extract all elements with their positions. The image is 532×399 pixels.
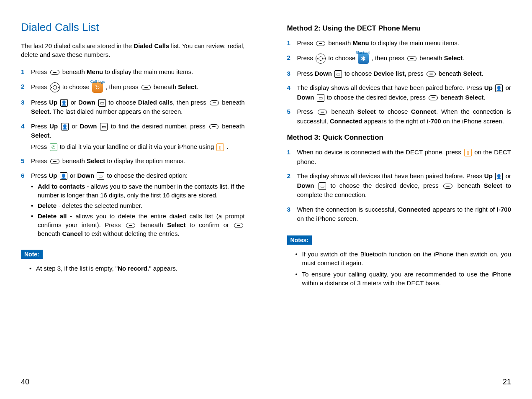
t: to display the main menu items. bbox=[369, 39, 459, 46]
opt-label: Add to contacts bbox=[38, 183, 85, 190]
select-label: Select bbox=[87, 157, 105, 164]
t: Press bbox=[31, 68, 49, 75]
t: on the iPhone screen. bbox=[441, 118, 504, 125]
opt-text: - deletes the selected number. bbox=[57, 202, 142, 209]
t: to choose bbox=[107, 99, 138, 106]
t: beneath bbox=[439, 94, 465, 101]
method3-steps: When no device is connected with the DEC… bbox=[287, 148, 511, 224]
intro-bold: Dialed Calls bbox=[134, 42, 169, 49]
t: beneath bbox=[136, 221, 167, 228]
up-icon: 👤 bbox=[61, 123, 69, 130]
up-label: Up bbox=[49, 172, 57, 179]
select-label: Select bbox=[31, 108, 49, 115]
m2-step1: Press beneath Menu to display the main m… bbox=[287, 38, 511, 48]
t: on the iPhone screen. bbox=[297, 215, 358, 222]
softkey-icon bbox=[318, 110, 327, 115]
up-label: Up bbox=[484, 84, 493, 91]
t: to confirm or bbox=[185, 221, 233, 228]
navpad-icon: ◂▸ bbox=[50, 82, 60, 92]
t: beneath bbox=[454, 182, 483, 189]
intro-prefix: The last 20 dialed calls are stored in t… bbox=[21, 42, 134, 49]
t: When the connection is successful, bbox=[297, 206, 398, 213]
steps-list: Press beneath Menu to display the main m… bbox=[21, 67, 245, 238]
page-left: Dialed Calls List The last 20 dialed cal… bbox=[0, 0, 266, 399]
t: appears to the right of bbox=[362, 118, 427, 125]
down-label: Down bbox=[77, 172, 94, 179]
t: , then press bbox=[104, 83, 140, 90]
opt-label: Delete bbox=[38, 202, 57, 209]
t: At step 3, if the list is empty, " bbox=[36, 265, 118, 272]
notes-label: Notes: bbox=[287, 235, 312, 245]
i700-label: i-700 bbox=[427, 118, 441, 125]
t: . The last dialed number appears on the … bbox=[49, 108, 182, 115]
t: or bbox=[68, 172, 77, 179]
t: to choose bbox=[376, 108, 411, 115]
t: to dial it via your landline or dial it … bbox=[58, 143, 216, 150]
select-label: Select bbox=[357, 108, 376, 115]
t: beneath bbox=[152, 83, 178, 90]
up-label: Up bbox=[49, 123, 58, 130]
m2-step2: Press ◂▸ to choose ✱Bluetooth , then pre… bbox=[287, 53, 511, 64]
t: or bbox=[504, 172, 511, 179]
m3-step3: When the connection is successful, Conne… bbox=[287, 205, 511, 224]
up-icon: 👤 bbox=[495, 173, 503, 180]
softkey-icon bbox=[210, 100, 219, 105]
t: beneath bbox=[38, 230, 62, 237]
dialed-label: Dialed calls bbox=[138, 99, 173, 106]
connect-label: Connect bbox=[411, 108, 436, 115]
step-2: Press ◂▸ to choose ↻Call logs , then pre… bbox=[21, 82, 245, 93]
t: Press bbox=[297, 70, 315, 77]
intro-text: The last 20 dialed calls are stored in t… bbox=[21, 41, 245, 59]
t: to choose bbox=[61, 83, 91, 90]
step-6-options: Add to contacts - allows you to save the… bbox=[31, 182, 245, 238]
down-icon: ▭ bbox=[317, 94, 324, 102]
t: Press bbox=[31, 157, 49, 164]
iphone-icon: ▯ bbox=[464, 149, 472, 156]
option-delete-all: Delete all - allows you to delete the en… bbox=[31, 212, 245, 238]
down-icon: ▭ bbox=[98, 99, 106, 107]
up-label: Up bbox=[49, 99, 57, 106]
t: beneath bbox=[61, 157, 87, 164]
m3-step2: The display shows all devices that have … bbox=[287, 171, 511, 200]
navpad-icon: ◂▸ bbox=[316, 54, 326, 64]
i700-label: i-700 bbox=[497, 206, 511, 213]
t: appears to the right of bbox=[431, 206, 497, 213]
t: beneath bbox=[437, 70, 463, 77]
up-icon: 👤 bbox=[60, 172, 67, 180]
page-content: Dialed Calls List The last 20 dialed cal… bbox=[21, 21, 245, 369]
t: , then press bbox=[370, 54, 406, 61]
page-right: Method 2: Using the DECT Phone Menu Pres… bbox=[266, 0, 532, 399]
select-label: Select bbox=[463, 70, 481, 77]
option-add: Add to contacts - allows you to save the… bbox=[31, 182, 245, 200]
softkey-icon bbox=[429, 95, 438, 100]
t: Press bbox=[31, 172, 49, 179]
dial-icon: ✆ bbox=[50, 143, 57, 151]
device-list-label: Device list, bbox=[373, 70, 406, 77]
down-label: Down bbox=[315, 70, 332, 77]
t: Press bbox=[31, 99, 49, 106]
down-icon: ▭ bbox=[100, 123, 108, 130]
note-item: To ensure your calling quality, you are … bbox=[296, 270, 511, 287]
t: The display shows all devices that have … bbox=[297, 172, 484, 179]
method2-steps: Press beneath Menu to display the main m… bbox=[287, 38, 511, 126]
calllogs-icon: ↻Call logs bbox=[92, 82, 103, 93]
t: to find the desired number, press bbox=[108, 123, 208, 130]
t: Press bbox=[297, 54, 315, 61]
t: . bbox=[463, 54, 464, 61]
page-content: Method 2: Using the DECT Phone Menu Pres… bbox=[287, 21, 511, 369]
t: . bbox=[484, 94, 486, 101]
step-6: Press Up 👤 or Down ▭ to choose the desir… bbox=[21, 171, 245, 238]
up-icon: 👤 bbox=[495, 84, 503, 92]
select-label: Select bbox=[31, 132, 49, 139]
t: to display the option menus. bbox=[105, 157, 185, 164]
page-number: 40 bbox=[21, 369, 245, 386]
connected-label: Connected bbox=[398, 206, 431, 213]
t: to choose the desired device, press bbox=[327, 182, 442, 189]
step-4: Press Up 👤 or Down ▭ to find the desired… bbox=[21, 122, 245, 152]
t: beneath bbox=[418, 54, 444, 61]
softkey-icon bbox=[50, 159, 59, 164]
down-label: Down bbox=[297, 182, 314, 189]
method3-title: Method 3: Quick Connection bbox=[287, 133, 511, 142]
t: . bbox=[196, 83, 198, 90]
select-label: Select bbox=[484, 182, 502, 189]
